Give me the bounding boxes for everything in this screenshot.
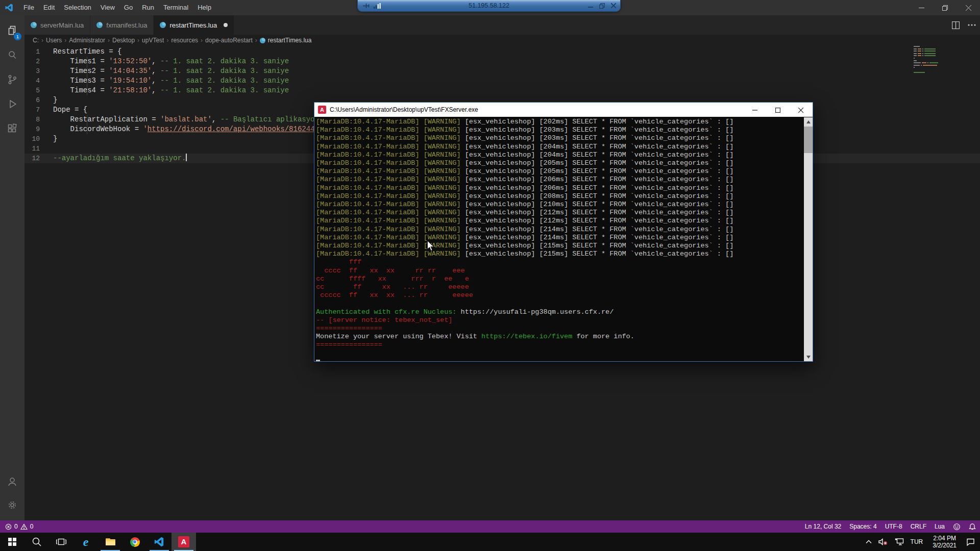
menu-edit[interactable]: Edit: [39, 0, 59, 15]
vscode-tab-bar: serverMain.luafxmanifest.luarestartTimes…: [24, 15, 980, 35]
vscode-window-controls: [910, 0, 980, 15]
lua-file-icon: [96, 22, 103, 28]
breadcrumb-item[interactable]: upVTest: [142, 37, 164, 44]
chrome-icon: [130, 537, 140, 547]
menu-run[interactable]: Run: [137, 0, 159, 15]
taskbar-clock[interactable]: 2:04 PM 3/2/2021: [929, 535, 960, 549]
scroll-down-icon[interactable]: [804, 353, 813, 361]
modified-dot-icon[interactable]: [224, 23, 228, 27]
network-icon[interactable]: [895, 538, 904, 545]
line-number: 6: [24, 95, 40, 105]
console-line: [316, 349, 802, 358]
problems-status[interactable]: 0 0: [5, 523, 33, 530]
accounts-icon[interactable]: [0, 470, 24, 493]
status-crlf[interactable]: CRLF: [911, 523, 926, 530]
menu-terminal[interactable]: Terminal: [159, 0, 193, 15]
scroll-up-icon[interactable]: [804, 117, 813, 126]
explorer-badge: 1: [14, 33, 21, 40]
scrollbar-thumb[interactable]: [804, 127, 813, 153]
code-line-2: 2 Times1 = '13:52:50', -- 1. saat 2. dak…: [24, 57, 980, 66]
minimap[interactable]: [914, 46, 973, 74]
run-debug-icon[interactable]: [0, 93, 24, 115]
breadcrumb-item[interactable]: dope-autoRestart: [205, 37, 253, 44]
more-actions-icon[interactable]: [968, 24, 976, 26]
breadcrumb-item[interactable]: Desktop: [112, 37, 135, 44]
console-output[interactable]: [MariaDB:10.4.17-MariaDB] [WARNING] [esx…: [314, 117, 813, 361]
status-lua[interactable]: Lua: [935, 523, 945, 530]
menu-file[interactable]: File: [19, 0, 39, 15]
breadcrumb-item[interactable]: Administrator: [69, 37, 105, 44]
lua-file-icon: [160, 22, 166, 28]
taskbar-search-button[interactable]: [24, 533, 49, 551]
breadcrumb-item[interactable]: Users: [46, 37, 62, 44]
task-view-button[interactable]: [49, 533, 74, 551]
clock-date: 3/2/2021: [933, 542, 957, 549]
console-close-button[interactable]: [789, 103, 812, 117]
menu-bar: FileEditSelectionViewGoRunTerminalHelp: [19, 0, 216, 15]
breadcrumb-item[interactable]: C:: [33, 37, 39, 44]
console-line: ccccc ff xx xx ... rr eeeee: [316, 291, 802, 299]
vscode-restore-button[interactable]: [933, 0, 957, 15]
console-titlebar[interactable]: A C:\Users\Administrator\Desktop\upVTest…: [314, 103, 813, 117]
action-center-icon[interactable]: [966, 538, 975, 546]
breadcrumb-item[interactable]: resources: [171, 37, 198, 44]
menu-help[interactable]: Help: [193, 0, 216, 15]
breadcrumb-file[interactable]: restartTimes.lua: [260, 37, 312, 44]
console-line: [MariaDB:10.4.17-MariaDB] [WARNING] [esx…: [316, 159, 802, 167]
console-line: [MariaDB:10.4.17-MariaDB] [WARNING] [esx…: [316, 242, 802, 250]
console-maximize-button[interactable]: [766, 103, 789, 117]
tray-chevron-up-icon[interactable]: [866, 540, 872, 544]
console-line: Monetize your server using Tebex! Visit …: [316, 333, 802, 341]
feedback-smiley-icon[interactable]: [953, 523, 961, 531]
menu-go[interactable]: Go: [119, 0, 137, 15]
console-line: [316, 299, 802, 308]
split-editor-icon[interactable]: [952, 21, 960, 29]
rdp-pin-icon[interactable]: [363, 3, 370, 9]
rdp-minimize-button[interactable]: [588, 3, 593, 8]
console-cursor: [316, 360, 320, 361]
console-line: [MariaDB:10.4.17-MariaDB] [WARNING] [esx…: [316, 192, 802, 201]
fxserver-console-window[interactable]: A C:\Users\Administrator\Desktop\upVTest…: [314, 102, 813, 362]
internet-explorer-button[interactable]: e: [74, 533, 98, 551]
vscode-minimize-button[interactable]: [910, 0, 933, 15]
console-line: ================: [316, 324, 802, 333]
rdp-restore-button[interactable]: [599, 3, 605, 9]
settings-gear-icon[interactable]: [0, 494, 24, 516]
notifications-bell-icon[interactable]: [969, 523, 976, 531]
source-control-icon[interactable]: [0, 68, 24, 91]
console-scrollbar[interactable]: [804, 117, 813, 361]
status-spaces-4[interactable]: Spaces: 4: [849, 523, 876, 530]
status-ln-12-col-32[interactable]: Ln 12, Col 32: [805, 523, 841, 530]
tab-restarttimes-lua[interactable]: restartTimes.lua: [154, 15, 234, 35]
vscode-close-button[interactable]: [957, 0, 980, 15]
menu-selection[interactable]: Selection: [59, 0, 95, 15]
fxserver-taskbar-button[interactable]: A: [172, 533, 196, 551]
file-explorer-button[interactable]: [98, 533, 122, 551]
status-utf-8[interactable]: UTF-8: [885, 523, 902, 530]
search-icon[interactable]: [0, 44, 24, 66]
tab-fxmanifest-lua[interactable]: fxmanifest.lua: [90, 15, 154, 35]
vscode-logo-icon: [5, 3, 14, 12]
console-line: cc ff xx ... rr eeeee: [316, 283, 802, 291]
extensions-icon[interactable]: [0, 117, 24, 140]
clock-time: 2:04 PM: [933, 535, 957, 542]
tab-servermain-lua[interactable]: serverMain.lua: [24, 15, 90, 35]
rdp-close-button[interactable]: [611, 3, 616, 8]
console-cursor-line: [316, 358, 802, 361]
rdp-connection-bar: 51.195.58.122: [357, 0, 621, 12]
system-tray: TUR 2:04 PM 3/2/2021: [866, 533, 980, 551]
volume-muted-icon[interactable]: [878, 538, 888, 545]
console-line: [MariaDB:10.4.17-MariaDB] [WARNING] [esx…: [316, 201, 802, 209]
menu-view[interactable]: View: [96, 0, 119, 15]
console-line: ================: [316, 341, 802, 349]
line-number: 8: [24, 115, 40, 124]
chrome-button[interactable]: [122, 533, 147, 551]
desktop: FileEditSelectionViewGoRunTerminalHelp 5…: [0, 0, 980, 551]
explorer-icon[interactable]: 1: [0, 19, 24, 42]
vscode-taskbar-button[interactable]: [147, 533, 172, 551]
language-indicator[interactable]: TUR: [911, 538, 923, 545]
console-minimize-button[interactable]: [743, 103, 766, 117]
start-button[interactable]: [0, 533, 24, 551]
line-number: 1: [24, 47, 40, 57]
tab-label: restartTimes.lua: [169, 21, 217, 29]
